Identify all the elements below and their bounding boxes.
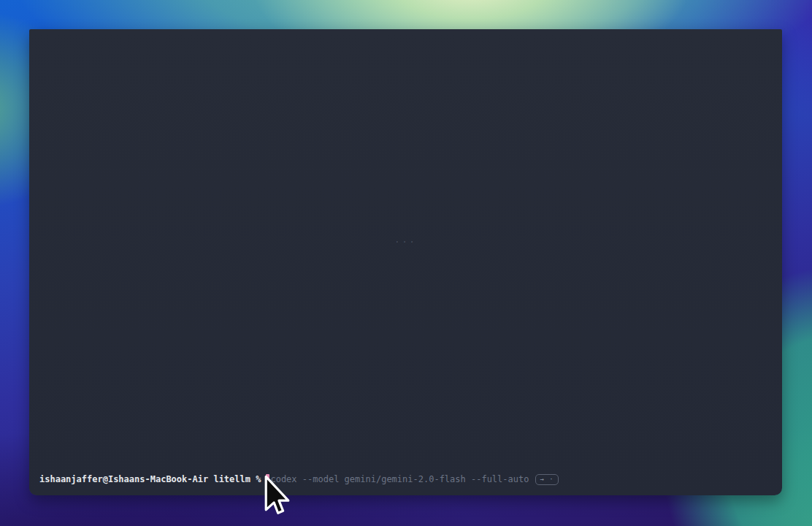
loading-dots: ···: [29, 237, 782, 247]
autosuggestion-text: codex --model gemini/gemini-2.0-flash --…: [270, 473, 529, 485]
mouse-cursor-icon: [263, 475, 291, 522]
terminal-output-area: ···: [29, 29, 782, 466]
shell-prompt: ishaanjaffer@Ishaans-MacBook-Air litellm…: [39, 473, 261, 485]
terminal-prompt-line[interactable]: ishaanjaffer@Ishaans-MacBook-Air litellm…: [39, 473, 772, 485]
terminal-window[interactable]: ··· ishaanjaffer@Ishaans-MacBook-Air lit…: [29, 29, 782, 495]
accept-suggestion-hint-badge: → ·: [535, 474, 558, 485]
desktop-wallpaper: ··· ishaanjaffer@Ishaans-MacBook-Air lit…: [0, 0, 812, 526]
